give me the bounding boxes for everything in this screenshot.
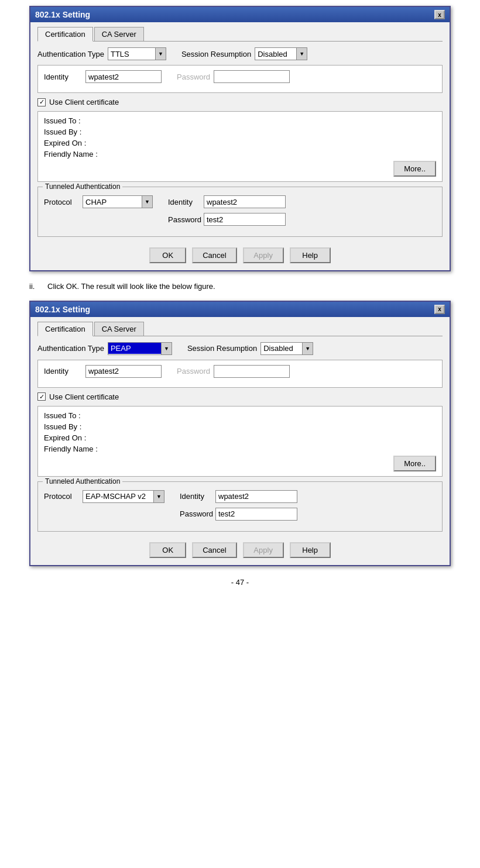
auth-type-row-2: Authentication Type PEAP ▼ Session Resum… <box>37 342 443 355</box>
dialog1-titlebar: 802.1x Setting x <box>30 7 450 22</box>
dialog2-close-button[interactable]: x <box>434 305 445 314</box>
cancel-button-1[interactable]: Cancel <box>192 247 236 263</box>
use-client-cert-row-2: ✓ Use Client certificate <box>37 392 443 401</box>
use-client-cert-checkbox-2[interactable]: ✓ <box>37 392 46 401</box>
dialog2-content: Certification CA Server Authentication T… <box>30 317 450 565</box>
help-button-2[interactable]: Help <box>290 542 331 558</box>
issued-to-2: Issued To : <box>44 411 436 420</box>
use-client-cert-checkbox-1[interactable]: ✓ <box>37 98 46 106</box>
session-resumption-arrow-2[interactable]: ▼ <box>302 343 313 354</box>
dialog2-tab-bar: Certification CA Server <box>37 322 443 336</box>
tunneled-password-input-2[interactable] <box>215 508 297 521</box>
tunneled-auth-group-2: Tunneled Authentication Protocol EAP-MSC… <box>37 481 443 532</box>
password-label-1: Password <box>177 73 210 81</box>
instruction-text: Click OK. The result will look like the … <box>47 282 215 291</box>
protocol-row-1: Protocol CHAP ▼ Identity <box>44 195 436 208</box>
dialog1-title: 802.1x Setting <box>35 10 90 19</box>
tunneled-auth-legend-1: Tunneled Authentication <box>43 182 122 191</box>
ok-button-2[interactable]: OK <box>149 542 186 558</box>
dialog1-close-button[interactable]: x <box>434 10 445 19</box>
use-client-cert-label-2: Use Client certificate <box>49 392 119 401</box>
cert-info-box-2: Issued To : Issued By : Expired On : Fri… <box>37 406 443 477</box>
more-btn-row-1: More.. <box>44 161 436 177</box>
tab-certification-1[interactable]: Certification <box>37 27 93 42</box>
cert-info-box-1: Issued To : Issued By : Expired On : Fri… <box>37 111 443 182</box>
friendly-name-2: Friendly Name : <box>44 445 436 453</box>
protocol-label-2: Protocol <box>44 492 79 501</box>
cancel-button-2[interactable]: Cancel <box>192 542 236 558</box>
issued-by-1: Issued By : <box>44 128 436 136</box>
session-resumption-select-1[interactable]: Disabled ▼ <box>255 47 307 60</box>
use-client-cert-label-1: Use Client certificate <box>49 98 119 106</box>
apply-button-1[interactable]: Apply <box>243 247 284 263</box>
identity-input-2[interactable] <box>85 365 162 378</box>
auth-type-arrow-1[interactable]: ▼ <box>155 48 166 60</box>
protocol-select-2[interactable]: EAP-MSCHAP v2 ▼ <box>83 490 164 503</box>
tunneled-password-label-1: Password <box>168 215 200 224</box>
auth-type-row-1: Authentication Type TTLS ▼ Session Resum… <box>37 47 443 60</box>
tunneled-auth-legend-2: Tunneled Authentication <box>43 477 122 485</box>
protocol-select-1[interactable]: CHAP ▼ <box>83 195 153 208</box>
auth-type-arrow-2[interactable]: ▼ <box>161 343 172 354</box>
password-input-1[interactable] <box>214 70 290 83</box>
protocol-row-2: Protocol EAP-MSCHAP v2 ▼ Identity <box>44 490 436 503</box>
use-client-cert-row-1: ✓ Use Client certificate <box>37 98 443 106</box>
identity-label-2: Identity <box>44 367 82 376</box>
identity-input-1[interactable] <box>85 70 162 83</box>
identity-label-1: Identity <box>44 73 82 81</box>
tab-certification-2[interactable]: Certification <box>37 322 93 336</box>
protocol-label-1: Protocol <box>44 198 79 206</box>
more-button-1[interactable]: More.. <box>393 161 436 177</box>
identity-row-2: Identity Password <box>44 365 436 378</box>
identity-box-1: Identity Password <box>37 65 443 93</box>
auth-type-label-2: Authentication Type <box>37 344 104 353</box>
auth-type-select-2[interactable]: PEAP ▼ <box>108 342 172 355</box>
tunneled-password-label-2: Password <box>180 509 212 518</box>
dialog1-tab-bar: Certification CA Server <box>37 27 443 42</box>
instruction-roman: ii. <box>29 282 35 291</box>
identity-row-1: Identity Password <box>44 70 436 83</box>
tunneled-identity-input-1[interactable] <box>204 195 286 208</box>
page-footer: - 47 - <box>12 578 468 587</box>
issued-by-2: Issued By : <box>44 422 436 431</box>
ok-button-1[interactable]: OK <box>149 247 186 263</box>
session-resumption-label-1: Session Resumption <box>181 50 251 58</box>
apply-button-2[interactable]: Apply <box>243 542 284 558</box>
tunneled-password-input-1[interactable] <box>204 213 286 226</box>
dialog1-content: Certification CA Server Authentication T… <box>30 22 450 270</box>
instruction-row: ii. Click OK. The result will look like … <box>29 281 468 292</box>
tunneled-identity-label-2: Identity <box>180 492 212 501</box>
more-btn-row-2: More.. <box>44 456 436 471</box>
auth-type-select-1[interactable]: TTLS ▼ <box>108 47 166 60</box>
session-resumption-label-2: Session Resumption <box>187 344 257 353</box>
auth-type-label-1: Authentication Type <box>37 50 104 58</box>
tunneled-identity-label-1: Identity <box>168 198 200 206</box>
dialog2-titlebar: 802.1x Setting x <box>30 302 450 317</box>
expired-on-1: Expired On : <box>44 139 436 147</box>
password-label-2: Password <box>177 367 210 376</box>
password-input-2[interactable] <box>214 365 290 378</box>
tunneled-auth-group-1: Tunneled Authentication Protocol CHAP ▼ … <box>37 187 443 237</box>
dialog2-title: 802.1x Setting <box>35 305 90 314</box>
tunneled-password-row-2: Password <box>44 508 436 521</box>
session-resumption-arrow-1[interactable]: ▼ <box>296 48 307 60</box>
protocol-arrow-2[interactable]: ▼ <box>153 491 164 502</box>
tab-ca-server-2[interactable]: CA Server <box>94 322 144 336</box>
more-button-2[interactable]: More.. <box>393 456 436 471</box>
protocol-arrow-1[interactable]: ▼ <box>142 196 152 208</box>
dialog1: 802.1x Setting x Certification CA Server… <box>29 6 451 271</box>
identity-box-2: Identity Password <box>37 360 443 388</box>
page-number: - 47 - <box>231 578 249 587</box>
dialog2-btn-row: OK Cancel Apply Help <box>37 538 443 558</box>
friendly-name-1: Friendly Name : <box>44 150 436 159</box>
tab-ca-server-1[interactable]: CA Server <box>94 27 144 41</box>
help-button-1[interactable]: Help <box>290 247 331 263</box>
session-resumption-select-2[interactable]: Disabled ▼ <box>260 342 313 355</box>
dialog1-btn-row: OK Cancel Apply Help <box>37 243 443 263</box>
dialog2: 802.1x Setting x Certification CA Server… <box>29 301 451 566</box>
issued-to-1: Issued To : <box>44 116 436 125</box>
tunneled-password-row-1: Password <box>44 213 436 226</box>
expired-on-2: Expired On : <box>44 433 436 442</box>
tunneled-identity-input-2[interactable] <box>215 490 297 503</box>
